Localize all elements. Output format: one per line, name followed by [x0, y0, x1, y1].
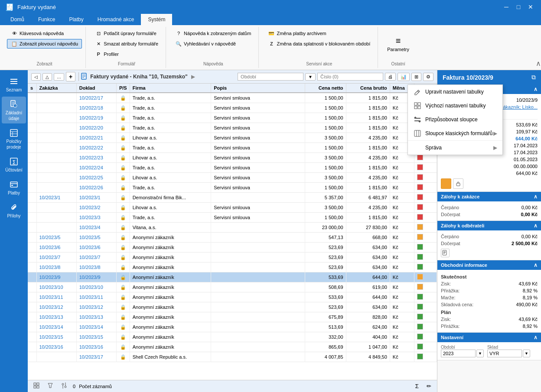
grid-button[interactable]: ⊞ — [411, 73, 421, 81]
tab-system[interactable]: Systém — [141, 14, 172, 25]
table-row[interactable]: 10/2023/7 10/2023/7 🔒 Anonymní zákazník … — [28, 253, 437, 262]
nav-item-zakladni-udaje[interactable]: i Základní údaje — [2, 97, 26, 123]
table-row[interactable]: 10/2022/26 🔒 Trade, a.s. Servisní smlouv… — [28, 183, 437, 193]
col-ps[interactable]: P/S — [116, 84, 130, 93]
table-row[interactable]: 10/2023/16 10/2023/16 🔒 Anonymní zákazní… — [28, 342, 437, 352]
table-row[interactable]: 10/2023/17 🔒 Shell Czech Republic a.s. 4… — [28, 352, 437, 362]
cislo-input[interactable] — [317, 73, 383, 81]
nav-item-seznam[interactable]: Seznam — [2, 74, 26, 95]
cell-s — [28, 272, 36, 282]
table-row[interactable]: 10/2023/15 10/2023/15 🔒 Anonymní zákazní… — [28, 332, 437, 342]
minimize-button[interactable]: ─ — [501, 2, 512, 12]
table-row[interactable]: 10/2023/10 10/2023/10 🔒 Anonymní zákazní… — [28, 282, 437, 292]
status-grid-button[interactable] — [31, 381, 42, 391]
table-row[interactable]: 10/2022/21 🔒 Lihovar a.s. Servisní smlou… — [28, 133, 437, 143]
table-row[interactable]: 10/2023/4 🔒 Vitana, a.s. 23 000,00 27 83… — [28, 223, 437, 233]
nastaveni-sklad-dropdown[interactable]: ▼ — [523, 350, 530, 357]
nav-item-prilohy[interactable]: Přílohy — [2, 200, 26, 221]
section-header-zalohy-zakazce[interactable]: Zálohy k zakázce ∧ — [437, 192, 541, 201]
sigma-button[interactable]: Σ — [413, 382, 421, 391]
table-row[interactable]: 10/2023/8 10/2023/8 🔒 Anonymní zákazník … — [28, 262, 437, 272]
nav-item-platby[interactable]: Platby — [2, 177, 26, 198]
section-header-nastaveni[interactable]: Nastavení ∧ — [437, 333, 541, 342]
table-row[interactable]: 10/2022/25 🔒 Lihovar a.s. Servisní smlou… — [28, 173, 437, 183]
table-row[interactable]: 10/2022/17 🔒 Trade, a.s. Servisní smlouv… — [28, 93, 437, 103]
nav-more-button[interactable]: … — [54, 73, 64, 81]
context-menu-item-sprava[interactable]: Správa ▶ — [408, 141, 502, 155]
external-link-button[interactable]: ⧉ — [531, 74, 536, 81]
table-row[interactable]: 10/2022/23 🔒 Lihovar a.s. Servisní smlou… — [28, 153, 437, 163]
col-popis[interactable]: Popis — [211, 84, 305, 93]
context-menu-item-sloupce[interactable]: Sloupce klasických formulářů ▶ — [408, 126, 502, 140]
icon-lock[interactable] — [453, 178, 463, 189]
table-row[interactable]: 10/2022/19 🔒 Trade, a.s. Servisní smlouv… — [28, 113, 437, 123]
col-zakázka[interactable]: Zakázka — [36, 84, 76, 93]
section-header-zalohy-odberateli[interactable]: Zálohy k odběrateli ∧ — [437, 221, 541, 230]
cell-brutto: 1 815,00 — [346, 183, 390, 193]
period-dropdown-button[interactable]: ▼ — [305, 73, 316, 81]
filter-button[interactable] — [45, 381, 55, 391]
section-header-obchodni[interactable]: Obchodní informace ∧ — [437, 260, 541, 270]
vyhledavani-napoveda-button[interactable]: 🔍 Vyhledávání v nápovědě — [171, 39, 255, 49]
table-row[interactable]: 10/2022/18 🔒 Trade, a.s. Servisní smlouv… — [28, 103, 437, 113]
table-row[interactable]: 10/2023/14 10/2023/14 🔒 Anonymní zákazní… — [28, 322, 437, 332]
table-row[interactable]: 10/2022/22 🔒 Trade, a.s. Servisní smlouv… — [28, 143, 437, 153]
nastaveni-period-dropdown[interactable]: ▼ — [476, 350, 484, 357]
context-menu-item-upravit[interactable]: Upravit nastavení tabulky — [408, 85, 502, 99]
edit-button[interactable]: ✏ — [424, 382, 433, 391]
context-menu-item-vychozi[interactable]: Výchozí nastavení tabulky — [408, 99, 502, 113]
context-menu-item-prizpusobovat[interactable]: Přizpůsobovat sloupce — [408, 113, 502, 126]
napoveda-data-button[interactable]: ? Nápověda k zobrazeným datům — [171, 29, 255, 38]
col-netto[interactable]: Cena netto — [305, 84, 346, 93]
nav-prev-button[interactable]: ◁ — [31, 73, 41, 81]
nav-item-uctovani[interactable]: ∑ Účtování — [2, 154, 26, 175]
cell-zakázka: 10/2023/1 — [36, 193, 76, 203]
table-row[interactable]: 10/2022/20 🔒 Trade, a.s. Servisní smlouv… — [28, 123, 437, 133]
zmena-platby-button[interactable]: 💳 Změna platby archivem — [264, 29, 374, 38]
table-row[interactable]: 10/2023/3 🔒 Trade, a.s. Servisní smlouva… — [28, 213, 437, 223]
settings-button[interactable]: ⚙ — [423, 73, 433, 81]
nav-item-polozky-prodeje[interactable]: Položky prodeje — [2, 125, 26, 152]
smazat-atributy-button[interactable]: ✕ Smazat atributy formuláře — [91, 39, 162, 49]
klavesova-napoveda-button[interactable]: 👁 Klávesová nápověda — [7, 29, 82, 38]
table-row[interactable]: 10/2023/9 10/2023/9 🔒 Anonymní zákazník … — [28, 272, 437, 282]
table-row[interactable]: 10/2023/5 10/2023/5 🔒 Anonymní zákazník … — [28, 233, 437, 243]
parametry-button[interactable]: ≡ Parametry — [383, 34, 413, 54]
maximize-button[interactable]: □ — [513, 2, 524, 12]
profiler-button[interactable]: P Profiler — [91, 49, 162, 59]
tab-domu[interactable]: Domů — [3, 14, 31, 25]
cell-zakázka — [36, 203, 76, 213]
close-button[interactable]: ✕ — [525, 2, 536, 12]
col-brutto[interactable]: Cena brutto — [346, 84, 390, 93]
chart-button[interactable]: 📊 — [398, 73, 410, 81]
add-record-button[interactable]: + — [66, 72, 75, 81]
table-row[interactable]: 10/2023/6 10/2023/6 🔒 Anonymní zákazník … — [28, 243, 437, 253]
zalohy-doc-icon[interactable] — [441, 249, 450, 257]
table-row[interactable]: 10/2023/1 10/2023/1 🔒 Demonstrační firma… — [28, 193, 437, 203]
nastaveni-period-input[interactable] — [441, 350, 476, 357]
filter-settings-button[interactable] — [59, 381, 69, 391]
potlacit-upravy-button[interactable]: ⊡ Potlačit úpravy formuláře — [91, 29, 162, 38]
table-row[interactable]: 10/2023/13 10/2023/13 🔒 Anonymní zákazní… — [28, 312, 437, 322]
col-s[interactable]: s — [28, 84, 36, 93]
cell-brutto: 634,00 — [346, 243, 390, 253]
zmena-data-button[interactable]: Z Změna data splatnosti v blokovaném obd… — [264, 39, 374, 49]
period-input[interactable] — [238, 73, 303, 81]
tab-hromadne-akce[interactable]: Hromadné akce — [91, 14, 141, 25]
icon-orange[interactable] — [441, 178, 451, 189]
cell-mena: Kč — [390, 173, 414, 183]
print-button[interactable]: 🖨 — [385, 73, 396, 81]
table-row[interactable]: 10/2023/12 10/2023/12 🔒 Anonymní zákazní… — [28, 302, 437, 312]
nav-up-button[interactable]: △ — [42, 73, 52, 81]
nastaveni-sklad-input[interactable] — [487, 350, 522, 357]
table-row[interactable]: 10/2023/11 10/2023/11 🔒 Anonymní zákazní… — [28, 292, 437, 302]
cell-doklad: 10/2023/7 — [76, 253, 116, 262]
table-row[interactable]: 10/2023/2 🔒 Lihovar a.s. Servisní smlouv… — [28, 203, 437, 213]
table-row[interactable]: 10/2022/24 🔒 Trade, a.s. Servisní smlouv… — [28, 163, 437, 173]
tab-funkce[interactable]: Funkce — [31, 14, 62, 25]
tab-platby[interactable]: Platby — [62, 14, 90, 25]
col-doklad[interactable]: Doklad — [76, 84, 116, 93]
ribbon-collapse-button[interactable]: ∧ — [536, 59, 541, 68]
col-firma[interactable]: Firma — [130, 84, 211, 93]
zobrazit-plovouci-napovedu-button[interactable]: 📋 Zobrazit plovoucí nápovědu — [7, 39, 82, 49]
